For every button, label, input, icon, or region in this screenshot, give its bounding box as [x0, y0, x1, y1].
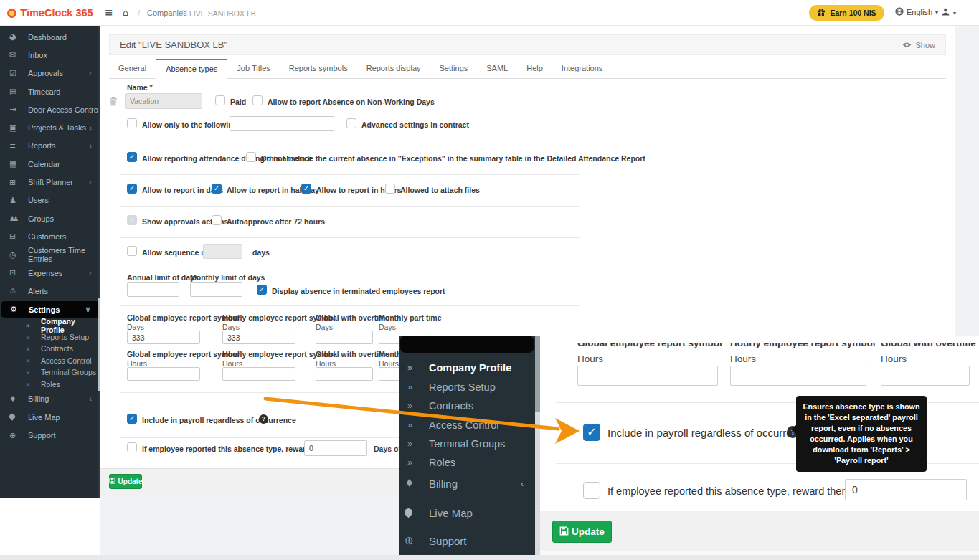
- sidebar-item-projects[interactable]: ▣Projects & Tasks‹: [0, 118, 100, 136]
- report-days-checkbox[interactable]: [127, 184, 137, 194]
- report-halfday-checkbox[interactable]: [212, 184, 222, 194]
- inset-subitem-company-profile[interactable]: »Company Profile: [407, 360, 511, 376]
- overtime-hours-input[interactable]: [881, 366, 970, 386]
- inset-item-support[interactable]: ⊕Support: [405, 531, 528, 551]
- sidebar-subitem-access-control[interactable]: »Access Control: [0, 355, 100, 366]
- sidebar-subitem-contracts[interactable]: »Contracts: [0, 343, 100, 354]
- tab-reports-display[interactable]: Reports display: [357, 59, 430, 78]
- terminated-checkbox[interactable]: [257, 285, 267, 295]
- sidebar-item-live-map[interactable]: Live Map: [0, 408, 100, 426]
- reward-input[interactable]: [845, 479, 967, 500]
- hourly-hours-input[interactable]: [222, 367, 295, 381]
- hamburger-icon[interactable]: ≡: [105, 6, 113, 18]
- sidebar-subitem-reports-setup[interactable]: »Reports Setup: [0, 331, 100, 343]
- exceptions-checkbox[interactable]: [246, 152, 256, 162]
- sidebar-item-inbox[interactable]: ✉Inbox: [0, 46, 100, 64]
- inset-subitem-terminal-groups[interactable]: »Terminal Groups: [407, 436, 505, 452]
- hourly-days-input[interactable]: [222, 331, 295, 344]
- language-menu[interactable]: English ▾: [895, 7, 938, 17]
- attendance-checkbox[interactable]: [127, 152, 137, 162]
- sidebar-item-timecard[interactable]: ▤Timecard: [0, 82, 100, 100]
- groups-icon: ♟♟: [9, 215, 28, 222]
- advanced-checkbox[interactable]: [346, 118, 356, 128]
- global-hours-input[interactable]: [127, 367, 200, 381]
- overtime-days-input[interactable]: [316, 331, 373, 344]
- tab-settings[interactable]: Settings: [430, 59, 478, 78]
- sidebar-item-settings[interactable]: ⚙Settings∨: [1, 301, 100, 318]
- payroll-checkbox[interactable]: [127, 414, 137, 424]
- show-toggle[interactable]: Show: [902, 41, 935, 49]
- show-label: Show: [915, 41, 935, 49]
- sidebar-item-customers[interactable]: ⊟Customers: [0, 227, 100, 245]
- payroll-checkbox[interactable]: [583, 424, 600, 441]
- tab-integrations[interactable]: Integrations: [552, 59, 612, 78]
- sidebar-item-users[interactable]: ♟Users: [0, 191, 100, 209]
- tab-reports-symbols[interactable]: Reports symbols: [280, 59, 357, 78]
- reward-input[interactable]: [304, 440, 367, 456]
- inset-scrollbar-thumb[interactable]: [535, 336, 540, 412]
- inset-subitem-contracts[interactable]: »Contracts: [407, 398, 473, 414]
- inset-scrollbar-track[interactable]: [535, 412, 540, 555]
- sidebar-item-approvals[interactable]: ☑Approvals‹: [0, 65, 100, 82]
- autoapprove-checkbox[interactable]: [212, 215, 222, 225]
- help-icon[interactable]: ?: [259, 414, 268, 424]
- tab-absence-types[interactable]: Absence types: [156, 59, 227, 79]
- roles-checkbox[interactable]: [127, 118, 137, 128]
- sidebar-item-customers-time-entries[interactable]: ◷Customers Time Entries: [0, 246, 100, 264]
- tab-help[interactable]: Help: [517, 59, 552, 78]
- sidebar-sublabel: Access Control: [41, 356, 92, 365]
- sidebar-item-billing[interactable]: ♦Billing‹: [0, 390, 100, 408]
- tab-general[interactable]: General: [109, 59, 156, 78]
- sidebar-item-reports[interactable]: ≡Reports‹: [0, 137, 100, 155]
- hourly-hours-input[interactable]: [730, 366, 866, 386]
- sidebar-scrollbar-track[interactable]: [98, 26, 100, 498]
- reward-checkbox[interactable]: [127, 442, 137, 452]
- tab-job-titles[interactable]: Job Titles: [227, 59, 279, 78]
- chevron-left-icon: ‹: [89, 69, 92, 77]
- annual-limit-input[interactable]: [127, 282, 179, 297]
- sidebar-item-groups[interactable]: ♟♟Groups: [0, 209, 100, 227]
- overtime-hours-input[interactable]: [316, 367, 373, 381]
- sidebar-item-calendar[interactable]: ▦Calendar: [0, 155, 100, 173]
- sidebar-subitem-roles[interactable]: »Roles: [0, 378, 100, 389]
- brand-logo[interactable]: TimeClock 365: [0, 0, 100, 26]
- inset-subitem-reports-setup[interactable]: »Reports Setup: [407, 379, 496, 395]
- roles-input[interactable]: [230, 116, 334, 131]
- sequence-checkbox[interactable]: [127, 246, 137, 256]
- tab-bar: General Absence types Job Titles Reports…: [109, 59, 946, 79]
- global-days-input[interactable]: [127, 331, 200, 344]
- inset-item-billing[interactable]: ♦Billing‹: [405, 473, 528, 493]
- earn-button[interactable]: Earn 100 NIS: [809, 5, 884, 21]
- sidebar-item-door-access[interactable]: ⇥Door Access Control: [0, 100, 100, 118]
- sidebar-item-shift-planner[interactable]: ⊞Shift Planner‹: [0, 173, 100, 191]
- sidebar-item-support[interactable]: ⊕Support: [0, 426, 100, 444]
- update-button[interactable]: Update: [552, 521, 612, 543]
- sidebar-scrollbar-thumb[interactable]: [98, 298, 100, 391]
- settings-item-clipped[interactable]: [400, 336, 534, 353]
- inset-subitem-access-control[interactable]: »Access Control: [407, 417, 499, 433]
- reward-checkbox[interactable]: [583, 482, 600, 499]
- global-hours-input[interactable]: [577, 366, 718, 386]
- inset-subitem-roles[interactable]: »Roles: [407, 455, 455, 470]
- nonworking-checkbox[interactable]: [252, 95, 263, 105]
- monthly-limit-input[interactable]: [190, 282, 242, 297]
- inset-item-live-map[interactable]: Live Map: [405, 503, 528, 523]
- sidebar-subitem-company-profile[interactable]: »Company Profile: [0, 319, 100, 331]
- approvals-actions-checkbox[interactable]: [127, 215, 137, 225]
- sidebar-item-expenses[interactable]: ⊡Expenses‹: [0, 264, 100, 282]
- report-hours-checkbox[interactable]: [301, 184, 311, 194]
- update-button[interactable]: Update: [109, 474, 142, 489]
- name-input[interactable]: [125, 93, 202, 109]
- attach-files-checkbox[interactable]: [385, 184, 395, 194]
- sidebar-subitem-terminal-groups[interactable]: »Terminal Groups: [0, 366, 100, 378]
- home-icon[interactable]: ⌂: [123, 7, 128, 18]
- sidebar-sublabel: Roles: [429, 457, 455, 468]
- paid-checkbox[interactable]: [215, 95, 225, 105]
- user-menu[interactable]: ▾: [941, 6, 956, 19]
- sidebar-item-dashboard[interactable]: ◕Dashboard: [0, 28, 100, 46]
- tab-saml[interactable]: SAML: [477, 59, 517, 78]
- sequence-input[interactable]: [203, 244, 242, 259]
- sidebar-item-alerts[interactable]: ⚠Alerts: [0, 282, 100, 300]
- top-navbar: TimeClock 365 ≡ ⌂ / Companies / LIVE SAN…: [0, 0, 979, 26]
- trash-icon[interactable]: [109, 96, 118, 109]
